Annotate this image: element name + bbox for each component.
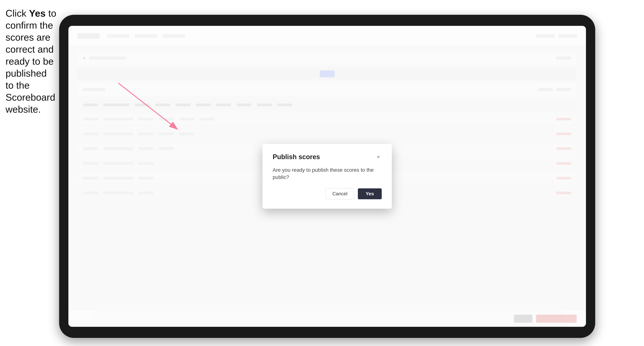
- instruction-text: Click Yes to confirm the scores are corr…: [6, 7, 57, 115]
- publish-scores-modal: Publish scores × Are you ready to publis…: [262, 144, 392, 209]
- modal-close-button[interactable]: ×: [375, 154, 382, 160]
- yes-button[interactable]: Yes: [358, 188, 382, 199]
- modal-footer: Cancel Yes: [273, 188, 382, 200]
- modal-body: Are you ready to publish these scores to…: [273, 166, 382, 181]
- tablet-screen: Publish scores × Are you ready to publis…: [68, 26, 586, 327]
- instruction-bold: Yes: [29, 8, 46, 19]
- modal-header: Publish scores ×: [273, 153, 382, 161]
- cancel-button[interactable]: Cancel: [326, 188, 354, 200]
- tablet-device: Publish scores × Are you ready to publis…: [59, 15, 595, 338]
- modal-title: Publish scores: [273, 153, 320, 161]
